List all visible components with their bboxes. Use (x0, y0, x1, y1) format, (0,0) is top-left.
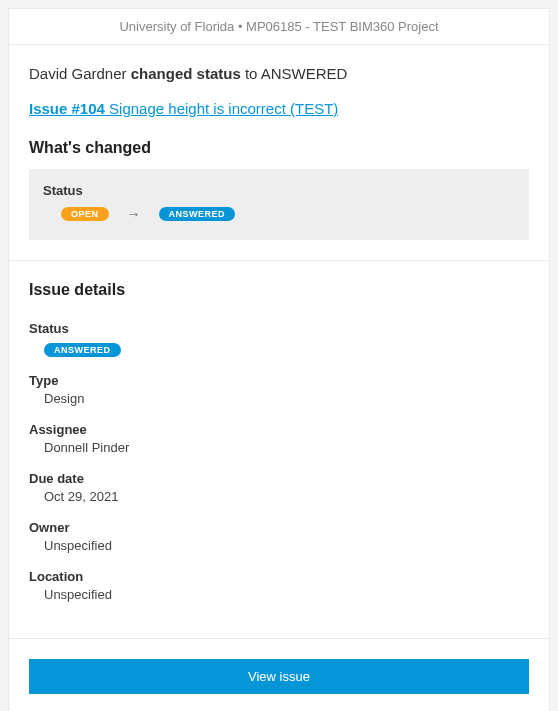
actor-name: David Gardner (29, 65, 131, 82)
detail-assignee-label: Assignee (29, 422, 529, 437)
email-container: University of Florida • MP06185 - TEST B… (8, 8, 550, 711)
status-transition: OPEN → ANSWERED (43, 206, 515, 222)
detail-status-label: Status (29, 321, 529, 336)
activity-summary: David Gardner changed status to ANSWERED (29, 65, 529, 82)
detail-owner-label: Owner (29, 520, 529, 535)
detail-type-label: Type (29, 373, 529, 388)
issue-number: Issue #104 (29, 100, 105, 117)
detail-duedate-value: Oct 29, 2021 (29, 489, 529, 504)
detail-status-badge: ANSWERED (44, 343, 121, 357)
issue-details-section: Issue details Status ANSWERED Type Desig… (9, 260, 549, 638)
project-context: University of Florida • MP06185 - TEST B… (119, 19, 438, 34)
detail-assignee: Assignee Donnell Pinder (29, 422, 529, 455)
arrow-icon: → (127, 206, 141, 222)
status-from-badge: OPEN (61, 207, 109, 221)
detail-status: Status ANSWERED (29, 321, 529, 357)
detail-owner-value: Unspecified (29, 538, 529, 553)
detail-duedate-label: Due date (29, 471, 529, 486)
change-box: Status OPEN → ANSWERED (29, 169, 529, 240)
button-section: View issue (9, 638, 549, 711)
detail-location: Location Unspecified (29, 569, 529, 602)
detail-duedate: Due date Oct 29, 2021 (29, 471, 529, 504)
issue-title: Signage height is incorrect (TEST) (105, 100, 338, 117)
issue-details-title: Issue details (29, 281, 529, 299)
detail-location-label: Location (29, 569, 529, 584)
status-to-badge: ANSWERED (159, 207, 236, 221)
detail-type: Type Design (29, 373, 529, 406)
project-header: University of Florida • MP06185 - TEST B… (9, 9, 549, 45)
detail-type-value: Design (29, 391, 529, 406)
action-target: to ANSWERED (241, 65, 348, 82)
action-verb: changed status (131, 65, 241, 82)
issue-link[interactable]: Issue #104 Signage height is incorrect (… (29, 100, 338, 117)
detail-assignee-value: Donnell Pinder (29, 440, 529, 455)
activity-section: David Gardner changed status to ANSWERED… (9, 45, 549, 260)
whats-changed-title: What's changed (29, 139, 529, 157)
detail-owner: Owner Unspecified (29, 520, 529, 553)
view-issue-button[interactable]: View issue (29, 659, 529, 694)
detail-location-value: Unspecified (29, 587, 529, 602)
change-field-label: Status (43, 183, 515, 198)
